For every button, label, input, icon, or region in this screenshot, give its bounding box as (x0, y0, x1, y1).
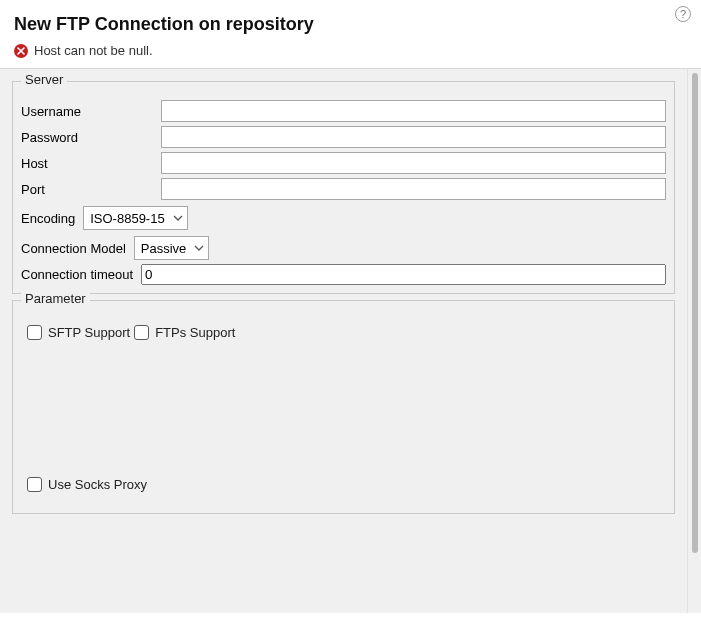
host-label: Host (21, 156, 161, 171)
vertical-scrollbar[interactable] (687, 68, 701, 613)
row-username: Username (21, 100, 666, 122)
connection-timeout-input[interactable] (141, 264, 666, 285)
checkbox-icon (134, 325, 149, 340)
error-text: Host can not be null. (34, 43, 153, 58)
sftp-support-label: SFTP Support (48, 325, 130, 340)
encoding-value: ISO-8859-15 (90, 211, 164, 226)
chevron-down-icon (194, 245, 204, 251)
encoding-label: Encoding (21, 211, 75, 226)
use-socks-proxy-checkbox[interactable]: Use Socks Proxy (27, 477, 147, 492)
port-label: Port (21, 182, 161, 197)
row-port: Port (21, 178, 666, 200)
username-label: Username (21, 104, 161, 119)
dialog-header: New FTP Connection on repository ? Host … (0, 0, 701, 68)
connection-model-value: Passive (141, 241, 187, 256)
row-password: Password (21, 126, 666, 148)
ftps-support-label: FTPs Support (155, 325, 235, 340)
help-icon[interactable]: ? (675, 6, 691, 22)
row-encoding: Encoding ISO-8859-15 (21, 206, 666, 230)
server-legend: Server (21, 72, 67, 87)
server-group: Server Username Password Host Port Encod… (12, 81, 675, 294)
use-socks-proxy-label: Use Socks Proxy (48, 477, 147, 492)
host-input[interactable] (161, 152, 666, 174)
error-icon (14, 44, 28, 58)
password-label: Password (21, 130, 161, 145)
username-input[interactable] (161, 100, 666, 122)
dialog-title: New FTP Connection on repository (14, 14, 687, 35)
scrollbar-thumb[interactable] (692, 73, 698, 553)
password-input[interactable] (161, 126, 666, 148)
checkbox-icon (27, 325, 42, 340)
encoding-select[interactable]: ISO-8859-15 (83, 206, 187, 230)
content-area: Server Username Password Host Port Encod… (0, 68, 687, 613)
row-connection-model: Connection Model Passive (21, 236, 666, 260)
connection-model-select[interactable]: Passive (134, 236, 210, 260)
row-host: Host (21, 152, 666, 174)
ftps-support-checkbox[interactable]: FTPs Support (134, 325, 235, 340)
chevron-down-icon (173, 215, 183, 221)
parameter-group: Parameter SFTP Support FTPs Support (12, 300, 675, 514)
error-line: Host can not be null. (14, 43, 687, 58)
parameter-legend: Parameter (21, 291, 90, 306)
sftp-support-checkbox[interactable]: SFTP Support (27, 325, 130, 340)
row-connection-timeout: Connection timeout (21, 264, 666, 285)
connection-model-label: Connection Model (21, 241, 126, 256)
checkbox-icon (27, 477, 42, 492)
connection-timeout-label: Connection timeout (21, 267, 133, 282)
port-input[interactable] (161, 178, 666, 200)
